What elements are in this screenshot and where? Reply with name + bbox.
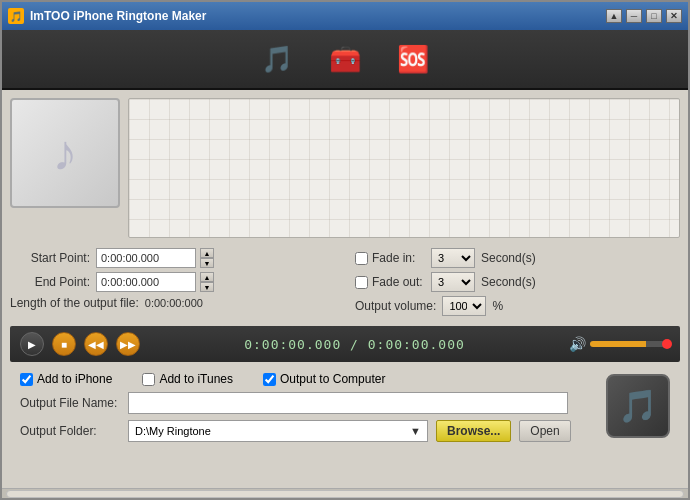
add-music-icon: 🎵 xyxy=(261,44,293,75)
start-point-up[interactable]: ▲ xyxy=(200,248,214,258)
volume-icon: 🔊 xyxy=(569,336,586,352)
rewind-button[interactable]: ◀◀ xyxy=(84,332,108,356)
fade-out-text: Fade out: xyxy=(372,275,423,289)
volume-row: Output volume: 100908070 % xyxy=(355,296,680,316)
add-to-itunes-label: Add to iTunes xyxy=(159,372,233,386)
main-content: ♪ Start Point: ▲ ▼ End Point: xyxy=(2,90,688,488)
album-art-thumbnail: ♪ xyxy=(10,98,120,208)
end-point-spinner: ▲ ▼ xyxy=(200,272,214,292)
title-bar-controls: ▲ ─ □ ✕ xyxy=(606,9,682,23)
play-button[interactable]: ▶ xyxy=(20,332,44,356)
end-point-label: End Point: xyxy=(10,275,90,289)
total-time: 0:00:00.000 xyxy=(368,337,465,352)
title-bar: 🎵 ImTOO iPhone Ringtone Maker ▲ ─ □ ✕ xyxy=(2,2,688,30)
add-to-itunes-item[interactable]: Add to iTunes xyxy=(142,372,233,386)
stop-button[interactable]: ■ xyxy=(52,332,76,356)
fade-in-checkbox[interactable] xyxy=(355,252,368,265)
rollup-button[interactable]: ▲ xyxy=(606,9,622,23)
right-panel: 🎵 xyxy=(606,374,670,438)
waveform-grid xyxy=(129,99,679,237)
minimize-button[interactable]: ─ xyxy=(626,9,642,23)
toolbar: 🎵 🧰 🆘 xyxy=(2,30,688,90)
add-to-iphone-checkbox[interactable] xyxy=(20,373,33,386)
horizontal-scrollbar[interactable] xyxy=(6,490,684,498)
output-to-computer-label: Output to Computer xyxy=(280,372,385,386)
output-file-name-input[interactable] xyxy=(128,392,568,414)
bottom-section: Add to iPhone Add to iTunes Output to Co… xyxy=(10,368,680,446)
convert-button[interactable]: 🎵 xyxy=(606,374,670,438)
start-point-row: Start Point: ▲ ▼ xyxy=(10,248,335,268)
volume-area: 🔊 xyxy=(569,336,670,352)
fade-out-checkbox[interactable] xyxy=(355,276,368,289)
current-time: 0:00:00.000 xyxy=(244,337,341,352)
toolbox-icon: 🧰 xyxy=(329,44,361,75)
add-music-button[interactable]: 🎵 xyxy=(253,37,301,81)
close-button[interactable]: ✕ xyxy=(666,9,682,23)
time-separator: / xyxy=(350,337,359,352)
start-point-spinner: ▲ ▼ xyxy=(200,248,214,268)
output-folder-row: Output Folder: D:\My Ringtone ▼ Browse..… xyxy=(10,420,680,442)
fade-out-label[interactable]: Fade out: xyxy=(355,275,425,289)
convert-icon: 🎵 xyxy=(618,387,658,425)
fade-out-dropdown[interactable]: 32145 xyxy=(431,272,475,292)
toolbox-button[interactable]: 🧰 xyxy=(321,37,369,81)
app-icon: 🎵 xyxy=(8,8,24,24)
output-to-computer-item[interactable]: Output to Computer xyxy=(263,372,385,386)
browse-button[interactable]: Browse... xyxy=(436,420,511,442)
output-folder-combo[interactable]: D:\My Ringtone ▼ xyxy=(128,420,428,442)
output-file-row: Output File Name: xyxy=(10,392,680,414)
add-to-iphone-item[interactable]: Add to iPhone xyxy=(20,372,112,386)
checkboxes-row: Add to iPhone Add to iTunes Output to Co… xyxy=(10,372,680,386)
fade-in-row: Fade in: 32145 Second(s) xyxy=(355,248,680,268)
end-point-input[interactable] xyxy=(96,272,196,292)
window-title: ImTOO iPhone Ringtone Maker xyxy=(30,9,206,23)
end-point-up[interactable]: ▲ xyxy=(200,272,214,282)
folder-path: D:\My Ringtone xyxy=(135,425,211,437)
fade-in-unit: Second(s) xyxy=(481,251,536,265)
output-file-name-label: Output File Name: xyxy=(20,396,120,410)
start-point-down[interactable]: ▼ xyxy=(200,258,214,268)
length-row: Length of the output file: 0:00:00:000 xyxy=(10,296,335,310)
volume-dropdown[interactable]: 100908070 xyxy=(442,296,486,316)
open-button[interactable]: Open xyxy=(519,420,570,442)
time-display: 0:00:00.000 / 0:00:00.000 xyxy=(148,337,561,352)
playback-bar: ▶ ■ ◀◀ ▶▶ 0:00:00.000 / 0:00:00.000 🔊 xyxy=(10,326,680,362)
maximize-button[interactable]: □ xyxy=(646,9,662,23)
end-point-down[interactable]: ▼ xyxy=(200,282,214,292)
fade-out-unit: Second(s) xyxy=(481,275,536,289)
length-label: Length of the output file: xyxy=(10,296,139,310)
help-button[interactable]: 🆘 xyxy=(389,37,437,81)
forward-button[interactable]: ▶▶ xyxy=(116,332,140,356)
help-icon: 🆘 xyxy=(397,44,429,75)
right-controls: Fade in: 32145 Second(s) Fade out: 32145 xyxy=(355,248,680,316)
top-section: ♪ xyxy=(10,98,680,238)
scrollbar-area xyxy=(2,488,688,498)
music-note-icon: ♪ xyxy=(53,124,78,182)
left-controls: Start Point: ▲ ▼ End Point: ▲ ▼ xyxy=(10,248,335,316)
add-to-itunes-checkbox[interactable] xyxy=(142,373,155,386)
output-folder-label: Output Folder: xyxy=(20,424,120,438)
fade-in-dropdown[interactable]: 32145 xyxy=(431,248,475,268)
volume-thumb[interactable] xyxy=(662,339,672,349)
fade-in-text: Fade in: xyxy=(372,251,415,265)
length-value: 0:00:00:000 xyxy=(145,297,203,309)
controls-section: Start Point: ▲ ▼ End Point: ▲ ▼ xyxy=(10,244,680,320)
end-point-row: End Point: ▲ ▼ xyxy=(10,272,335,292)
fade-in-label[interactable]: Fade in: xyxy=(355,251,425,265)
start-point-label: Start Point: xyxy=(10,251,90,265)
volume-label: Output volume: xyxy=(355,299,436,313)
volume-slider[interactable] xyxy=(590,341,670,347)
volume-unit: % xyxy=(492,299,503,313)
folder-dropdown-arrow: ▼ xyxy=(410,425,421,437)
add-to-iphone-label: Add to iPhone xyxy=(37,372,112,386)
start-point-input[interactable] xyxy=(96,248,196,268)
app-window: 🎵 ImTOO iPhone Ringtone Maker ▲ ─ □ ✕ 🎵 … xyxy=(0,0,690,500)
fade-out-row: Fade out: 32145 Second(s) xyxy=(355,272,680,292)
title-bar-left: 🎵 ImTOO iPhone Ringtone Maker xyxy=(8,8,206,24)
output-to-computer-checkbox[interactable] xyxy=(263,373,276,386)
waveform-area xyxy=(128,98,680,238)
